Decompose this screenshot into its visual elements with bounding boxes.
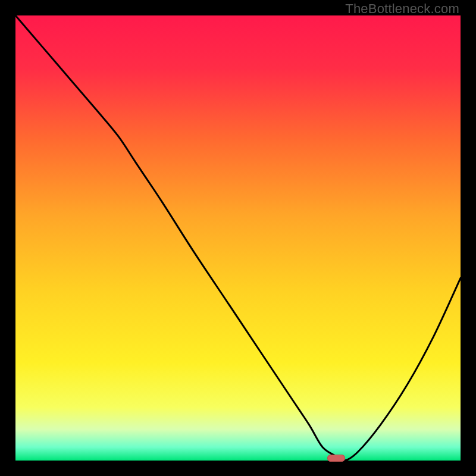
watermark-text: TheBottleneck.com xyxy=(345,1,459,17)
bottleneck-curve xyxy=(15,15,461,461)
chart-frame: TheBottleneck.com xyxy=(0,0,476,476)
optimal-point-marker xyxy=(327,455,345,462)
